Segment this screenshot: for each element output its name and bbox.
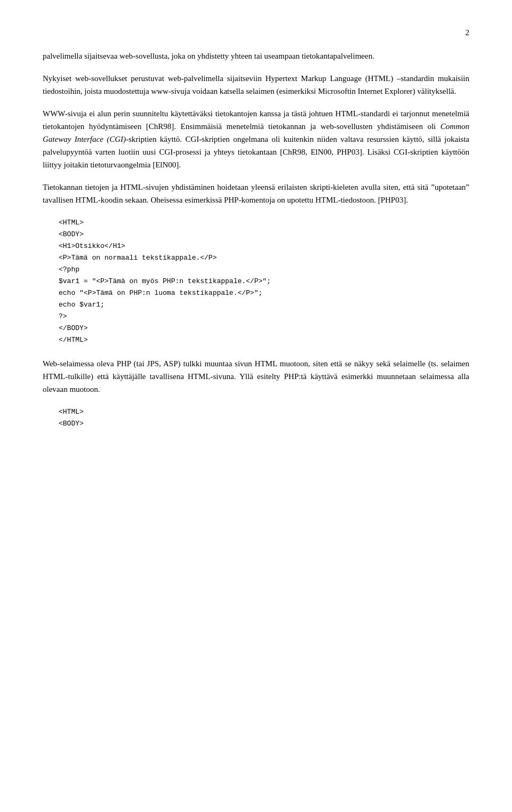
paragraph-1: palvelimella sijaitsevaa web-sovellusta,… bbox=[43, 50, 469, 62]
code-block-2: <HTML> <BODY> bbox=[59, 406, 469, 430]
page-number: 2 bbox=[43, 27, 469, 39]
paragraph-2-text: Nykyiset web-sovellukset perustuvat web-… bbox=[43, 74, 469, 95]
page-number-value: 2 bbox=[466, 28, 470, 37]
paragraph-5: Web-selaimessa oleva PHP (tai JPS, ASP) … bbox=[43, 357, 469, 396]
paragraph-4: Tietokannan tietojen ja HTML-sivujen yhd… bbox=[43, 181, 469, 206]
paragraph-2: Nykyiset web-sovellukset perustuvat web-… bbox=[43, 72, 469, 98]
paragraph-3: WWW-sivuja ei alun perin suunniteltu käy… bbox=[43, 107, 469, 171]
paragraph-1-text: palvelimella sijaitsevaa web-sovellusta,… bbox=[43, 52, 374, 60]
paragraph-3-part1: WWW-sivuja ei alun perin suunniteltu käy… bbox=[43, 109, 469, 131]
paragraph-5-text: Web-selaimessa oleva PHP (tai JPS, ASP) … bbox=[43, 359, 469, 393]
code-block-1: <HTML> <BODY> <H1>Otsikko</H1> <P>Tämä o… bbox=[59, 217, 469, 347]
paragraph-4-text: Tietokannan tietojen ja HTML-sivujen yhd… bbox=[43, 183, 469, 204]
